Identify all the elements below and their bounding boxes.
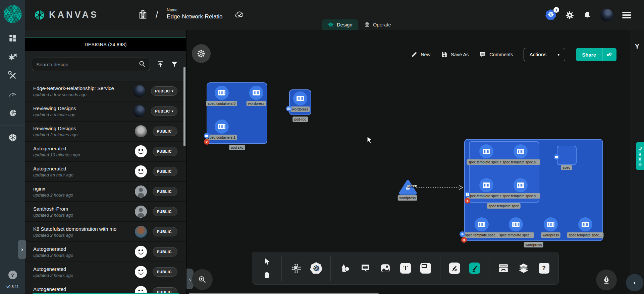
kubernetes-context-button[interactable]: ☸ 1 — [545, 9, 556, 21]
text-tool-button[interactable]: T — [399, 262, 412, 275]
sidebar-item-lifecycle[interactable] — [5, 51, 20, 63]
spec-box[interactable] — [557, 146, 577, 165]
design-list-item[interactable]: Autogenerated updated 2 hours ago PUBLIC — [25, 282, 186, 294]
container-node[interactable] — [514, 144, 528, 158]
drawer-tool-button[interactable] — [497, 262, 510, 275]
design-list-item[interactable]: Santhosh-Prom updated 2 hours ago PUBLIC — [25, 202, 186, 222]
design-owner-avatar[interactable] — [133, 105, 145, 117]
note-tool-button[interactable] — [419, 262, 432, 275]
save-as-button[interactable]: Save As — [441, 51, 469, 58]
search-input[interactable] — [36, 62, 139, 67]
menu-hamburger-icon[interactable] — [622, 12, 631, 18]
pen-tool-button[interactable] — [448, 262, 461, 275]
pen-nib-button[interactable] — [596, 270, 617, 290]
visibility-badge[interactable]: PUBLIC — [153, 227, 177, 236]
sidebar-item-performance[interactable] — [5, 89, 20, 100]
visibility-badge[interactable]: PUBLIC — [153, 247, 177, 256]
help-tool-button[interactable]: ? — [537, 262, 550, 275]
right-rail-collapse-chevron[interactable]: ‹ — [626, 274, 643, 291]
search-field[interactable] — [32, 58, 150, 71]
freehand-draw-tool-button[interactable] — [468, 262, 481, 275]
visibility-badge[interactable]: PUBLIC — [153, 267, 177, 277]
container-node[interactable] — [479, 144, 493, 158]
visibility-badge[interactable]: PUBLIC — [153, 167, 177, 176]
tab-operate[interactable]: Operate — [358, 19, 397, 30]
design-list-item[interactable]: K8 Statefulset demonstration with mo upd… — [25, 222, 186, 242]
select-tool-button[interactable] — [260, 257, 274, 266]
user-avatar[interactable] — [600, 9, 613, 21]
filter-button[interactable] — [171, 61, 178, 68]
sidebar-item-configuration[interactable] — [5, 70, 20, 81]
meshery-logo[interactable] — [4, 5, 22, 23]
design-owner-avatar[interactable] — [135, 266, 147, 278]
design-list-item[interactable]: Autogenerated updated 10 minutes ago PUB… — [25, 142, 186, 162]
visibility-badge[interactable]: PUBLIC — [153, 207, 177, 216]
designs-scrollbar-thumb[interactable] — [183, 67, 185, 146]
visibility-badge[interactable]: PUBLIC — [153, 127, 177, 136]
shapes-tool-button[interactable] — [338, 262, 352, 275]
design-owner-avatar[interactable] — [133, 85, 145, 97]
design-canvas[interactable]: New Save As Comments Actions ▾ Share — [186, 30, 630, 294]
actions-split-button[interactable]: Actions ▾ — [524, 48, 565, 61]
comment-tool-button[interactable] — [359, 262, 372, 275]
container-node[interactable] — [249, 86, 263, 100]
sidebar-expand-chevron[interactable]: › — [18, 240, 26, 259]
design-owner-avatar[interactable] — [135, 246, 147, 258]
new-button[interactable]: New — [411, 51, 430, 58]
design-owner-avatar[interactable] — [135, 206, 147, 218]
settings-gear-icon[interactable] — [565, 11, 574, 20]
container-node[interactable] — [514, 178, 528, 192]
visibility-badge[interactable]: PUBLIC▾ — [151, 86, 177, 96]
sidebar-item-dashboard[interactable] — [5, 32, 20, 44]
visibility-badge[interactable]: PUBLIC▾ — [151, 106, 177, 116]
design-list-item[interactable]: nginx updated 2 hours ago PUBLIC — [25, 182, 186, 202]
design-list-item[interactable]: Reviewing Designs updated a minute ago P… — [25, 101, 186, 122]
design-list-item[interactable]: Autogenerated updated 2 hours ago PUBLIC — [25, 242, 186, 262]
deployment-label-chip: wordpress — [524, 242, 543, 247]
actions-caret-icon[interactable]: ▾ — [552, 48, 565, 61]
actions-label[interactable]: Actions — [524, 48, 552, 61]
notifications-bell-icon[interactable] — [583, 11, 591, 19]
design-name-input[interactable] — [167, 12, 227, 22]
design-owner-avatar[interactable] — [135, 125, 147, 137]
cluster-toggle-button[interactable] — [192, 44, 211, 63]
comments-button[interactable]: Comments — [479, 51, 513, 58]
container-node[interactable] — [475, 217, 489, 231]
share-label[interactable]: Share — [576, 48, 602, 61]
kanvas-brand[interactable]: KANVAS — [34, 9, 99, 21]
help-icon[interactable]: ? — [8, 271, 17, 279]
layers-tool-button[interactable] — [517, 262, 530, 275]
container-node[interactable] — [578, 217, 592, 231]
import-design-button[interactable] — [157, 61, 164, 68]
visibility-badge[interactable]: PUBLIC — [153, 187, 177, 196]
sidebar-item-extensions[interactable] — [5, 107, 20, 119]
share-link-icon[interactable] — [602, 48, 616, 61]
components-tool-button[interactable] — [289, 262, 303, 275]
design-owner-avatar[interactable] — [135, 165, 147, 177]
design-list-item[interactable]: Autogenerated updated 2 hours ago PUBLIC — [25, 262, 186, 282]
image-tool-button[interactable] — [379, 262, 392, 275]
canvas-hscrollbar-thumb[interactable] — [189, 293, 379, 294]
sidebar-item-kanvas[interactable] — [5, 132, 20, 143]
tab-design[interactable]: Design — [322, 19, 358, 30]
design-owner-avatar[interactable] — [135, 145, 147, 157]
hierarchy-icon[interactable]: Y — [630, 42, 644, 50]
visibility-badge[interactable]: PUBLIC — [153, 147, 177, 156]
design-owner-avatar[interactable] — [135, 186, 147, 198]
container-node[interactable] — [293, 91, 307, 105]
container-node[interactable] — [479, 178, 493, 192]
organization-icon[interactable] — [138, 9, 148, 21]
kubernetes-tool-button[interactable]: ☸ — [310, 262, 323, 275]
container-node[interactable] — [215, 86, 229, 100]
zoom-button[interactable] — [192, 269, 213, 290]
design-list-item[interactable]: Autogenerated updated an hour ago PUBLIC — [25, 162, 186, 182]
design-list-item[interactable]: Reviewing Designs updated 2 minutes ago … — [25, 122, 186, 142]
design-owner-avatar[interactable] — [135, 226, 147, 238]
container-node[interactable] — [509, 217, 523, 231]
pan-tool-button[interactable] — [260, 271, 274, 280]
feedback-tab[interactable]: Feedback — [636, 142, 644, 170]
container-node[interactable] — [544, 217, 558, 231]
container-node[interactable] — [215, 120, 229, 134]
design-list-item[interactable]: Edge-Network-Relationship: Service updat… — [25, 81, 186, 101]
share-split-button[interactable]: Share — [576, 48, 616, 61]
